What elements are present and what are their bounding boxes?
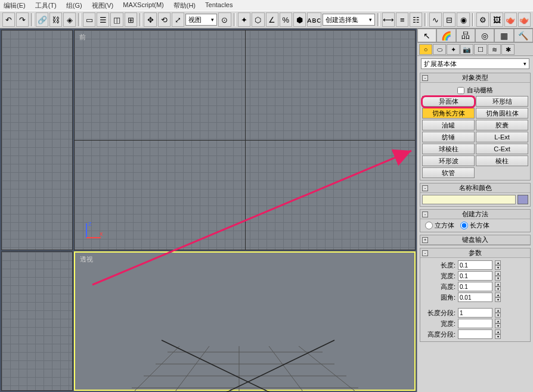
systems-subtab[interactable]: ✱ bbox=[501, 44, 515, 55]
cube-radio[interactable]: 立方体 bbox=[425, 221, 454, 230]
align-button[interactable]: ≡ bbox=[396, 13, 408, 27]
abc-button[interactable]: ᴀʙᴄ bbox=[307, 13, 321, 27]
selection-set-combo[interactable]: 创建选择集 bbox=[323, 14, 375, 26]
length-segs-input[interactable] bbox=[458, 308, 492, 318]
pivot-button[interactable]: ⊙ bbox=[218, 13, 231, 27]
unlink-button[interactable]: ⛓ bbox=[49, 13, 62, 27]
menu-tentacles[interactable]: Tentacles bbox=[205, 1, 233, 10]
hedra-button[interactable]: 异面体 bbox=[422, 96, 475, 107]
chamfer-cyl-button[interactable]: 切角圆柱体 bbox=[476, 108, 528, 119]
rollout-toggle[interactable]: - bbox=[422, 250, 428, 256]
material-editor-button[interactable]: ◉ bbox=[457, 13, 469, 27]
rollout-toggle[interactable]: - bbox=[422, 75, 428, 81]
category-dropdown[interactable]: 扩展基本体 bbox=[421, 58, 529, 69]
object-name-input[interactable] bbox=[422, 195, 516, 204]
spinner-snap-button[interactable]: ⬢ bbox=[293, 13, 306, 27]
spinner-up[interactable]: ▴ bbox=[495, 319, 501, 323]
reference-coord-combo[interactable]: 视图 bbox=[185, 14, 218, 26]
scale-button[interactable]: ⤢ bbox=[172, 13, 184, 27]
gengon-button[interactable]: 球棱柱 bbox=[422, 144, 475, 154]
spacewarps-subtab[interactable]: ≋ bbox=[488, 44, 501, 55]
spinner-down[interactable]: ▾ bbox=[495, 287, 501, 291]
spinner-down[interactable]: ▾ bbox=[495, 313, 501, 318]
box-radio[interactable]: 长方体 bbox=[460, 221, 489, 230]
mirror-button[interactable]: ⟷ bbox=[382, 13, 395, 27]
rollout-toggle[interactable]: - bbox=[422, 185, 428, 191]
render-button[interactable]: 🫖 bbox=[518, 13, 531, 27]
spinner-down[interactable]: ▾ bbox=[495, 297, 501, 302]
viewport-front[interactable]: 前 zx bbox=[74, 30, 416, 250]
rotate-button[interactable]: ⟲ bbox=[158, 13, 171, 27]
c-ext-button[interactable]: C-Ext bbox=[476, 144, 528, 154]
percent-snap-button[interactable]: % bbox=[280, 13, 292, 27]
spinner-down[interactable]: ▾ bbox=[495, 323, 501, 328]
window-crossing-button[interactable]: ⊞ bbox=[125, 13, 137, 27]
menu-view[interactable]: 视图(V) bbox=[92, 1, 114, 10]
layers-button[interactable]: ☷ bbox=[410, 13, 422, 27]
spinner-up[interactable]: ▴ bbox=[495, 282, 501, 287]
spinner-up[interactable]: ▴ bbox=[495, 329, 501, 334]
link-button[interactable]: 🔗 bbox=[36, 13, 48, 27]
hose-button[interactable]: 软管 bbox=[422, 167, 475, 178]
prism-button[interactable]: 棱柱 bbox=[476, 155, 528, 166]
render-setup-button[interactable]: ⚙ bbox=[476, 13, 489, 27]
redo-button[interactable]: ↷ bbox=[16, 13, 29, 27]
width-input[interactable] bbox=[458, 271, 492, 281]
rollout-toggle[interactable]: - bbox=[422, 211, 428, 217]
viewport-bottom-left[interactable] bbox=[1, 251, 73, 391]
select-region-button[interactable]: ◫ bbox=[110, 13, 123, 27]
helpers-subtab[interactable]: ☐ bbox=[474, 44, 487, 55]
spinner-down[interactable]: ▾ bbox=[495, 265, 501, 270]
menu-tools[interactable]: 工具(T) bbox=[35, 1, 57, 10]
ringwave-button[interactable]: 环形波 bbox=[422, 155, 475, 166]
capsule-button[interactable]: 胶囊 bbox=[476, 120, 528, 130]
oiltank-button[interactable]: 油罐 bbox=[422, 120, 475, 130]
torus-knot-button[interactable]: 环形结 bbox=[476, 96, 528, 107]
hierarchy-tab[interactable]: 品 bbox=[456, 29, 475, 42]
utilities-tab[interactable]: 🔨 bbox=[514, 29, 533, 42]
bind-button[interactable]: ◈ bbox=[63, 13, 76, 27]
height-segs-input[interactable] bbox=[458, 329, 492, 339]
shapes-subtab[interactable]: ⬭ bbox=[433, 44, 446, 55]
menu-help[interactable]: 帮助(H) bbox=[173, 1, 196, 10]
height-input[interactable] bbox=[458, 282, 492, 291]
fillet-input[interactable] bbox=[458, 293, 492, 302]
chamfer-box-button[interactable]: 切角长方体 bbox=[422, 108, 475, 119]
spinner-down[interactable]: ▾ bbox=[495, 276, 501, 281]
spinner-up[interactable]: ▴ bbox=[495, 260, 501, 265]
menu-group[interactable]: 组(G) bbox=[66, 1, 82, 10]
render-frame-button[interactable]: 🖼 bbox=[490, 13, 503, 27]
create-tab[interactable]: ↖ bbox=[417, 29, 436, 42]
manipulate-button[interactable]: ✦ bbox=[238, 13, 250, 27]
display-tab[interactable]: ▦ bbox=[494, 29, 513, 42]
spinner-up[interactable]: ▴ bbox=[495, 293, 501, 297]
spindle-button[interactable]: 纺锤 bbox=[422, 132, 475, 142]
length-input[interactable] bbox=[458, 260, 492, 270]
spinner-up[interactable]: ▴ bbox=[495, 271, 501, 276]
viewport-perspective[interactable]: 透视 bbox=[74, 251, 416, 391]
curve-editor-button[interactable]: ∿ bbox=[429, 13, 442, 27]
cameras-subtab[interactable]: 📷 bbox=[460, 44, 473, 55]
select-by-name-button[interactable]: ☰ bbox=[97, 13, 109, 27]
menu-edit[interactable]: 编辑(E) bbox=[4, 1, 26, 10]
rollout-toggle[interactable]: + bbox=[422, 237, 428, 243]
spinner-up[interactable]: ▴ bbox=[495, 308, 501, 313]
width-segs-input[interactable] bbox=[458, 319, 492, 328]
schematic-button[interactable]: ⊟ bbox=[443, 13, 455, 27]
viewport-top-left[interactable] bbox=[1, 30, 73, 250]
geometry-subtab[interactable]: ○ bbox=[419, 44, 432, 55]
autogrid-checkbox[interactable] bbox=[457, 87, 464, 94]
snap-toggle-button[interactable]: ⬡ bbox=[252, 13, 264, 27]
angle-snap-button[interactable]: ∠ bbox=[266, 13, 278, 27]
motion-tab[interactable]: ◎ bbox=[475, 29, 494, 42]
modify-tab[interactable]: 🌈 bbox=[436, 29, 455, 42]
quick-render-button[interactable]: 🫖 bbox=[504, 13, 517, 27]
l-ext-button[interactable]: L-Ext bbox=[476, 132, 528, 142]
color-swatch[interactable] bbox=[517, 195, 528, 204]
spinner-down[interactable]: ▾ bbox=[495, 334, 501, 339]
undo-button[interactable]: ↶ bbox=[2, 13, 15, 27]
menu-maxscript[interactable]: MAXScript(M) bbox=[123, 1, 163, 10]
lights-subtab[interactable]: ✦ bbox=[447, 44, 460, 55]
select-button[interactable]: ▭ bbox=[83, 13, 95, 27]
move-button[interactable]: ✥ bbox=[144, 13, 156, 27]
